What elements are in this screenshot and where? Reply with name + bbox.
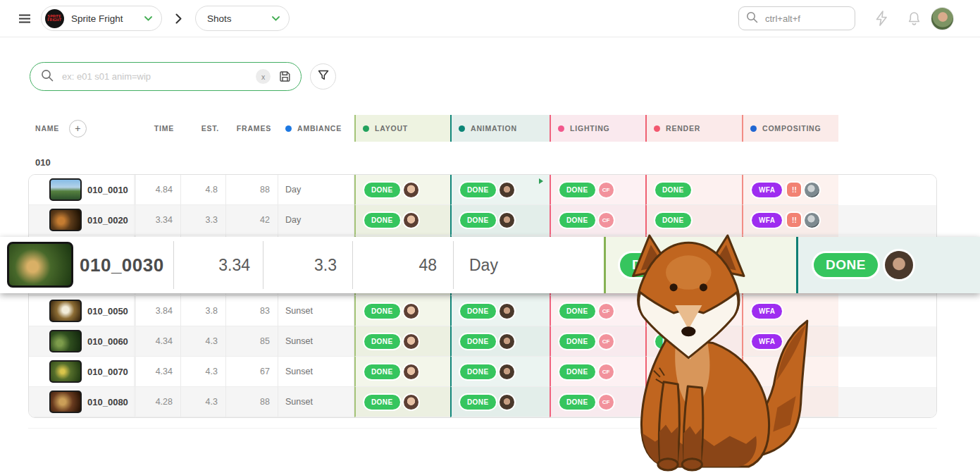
- layout-cell: DONE: [354, 296, 450, 326]
- shot-name[interactable]: 010_0080: [87, 397, 128, 407]
- column-header-compositing: COMPOSITING: [742, 115, 838, 142]
- ambiance-value: Day: [469, 237, 498, 293]
- priority-alert-badge[interactable]: !!: [787, 183, 801, 197]
- project-logo: SPRITEFRIGHT: [45, 9, 64, 28]
- render-status-badge[interactable]: DONE: [655, 364, 691, 379]
- render-status-badge[interactable]: DONE: [655, 213, 691, 228]
- lighting-cell: DONECF: [550, 357, 645, 387]
- zoomed-shot-row[interactable]: 010_0030 3.34 3.3 48 Day DONE DONE: [0, 237, 980, 293]
- layout-status-badge[interactable]: DONE: [364, 183, 400, 197]
- shot-thumbnail[interactable]: [7, 242, 73, 288]
- render-status-badge[interactable]: DONE: [655, 334, 691, 349]
- clear-search-button[interactable]: x: [256, 69, 271, 84]
- compositing-status-badge[interactable]: WFA: [752, 183, 782, 197]
- lighting-status-badge[interactable]: DONE: [559, 334, 595, 349]
- lighting-cell: DONECF: [550, 175, 645, 205]
- global-search-input[interactable]: [764, 13, 844, 25]
- global-search-box[interactable]: [738, 6, 855, 30]
- table-row[interactable]: 010_00104.844.888DayDONEDONEDONECFDONEWF…: [29, 175, 936, 205]
- render-status-dot: [654, 125, 660, 132]
- shot-name[interactable]: 010_0060: [87, 336, 128, 347]
- gray-avatar: [805, 213, 819, 228]
- shot-thumbnail[interactable]: [49, 391, 82, 413]
- assignee-initials-avatar[interactable]: CF: [599, 364, 614, 379]
- render-status-badge[interactable]: DONE: [655, 395, 691, 410]
- add-column-button[interactable]: +: [69, 120, 87, 137]
- assignee-initials-avatar[interactable]: CF: [599, 183, 614, 197]
- section-selector[interactable]: Shots: [195, 6, 290, 31]
- table-row[interactable]: 010_00604.344.385SunsetDONEDONEDONECFDON…: [29, 326, 936, 357]
- save-filter-icon[interactable]: [279, 70, 291, 82]
- lighting-status-badge[interactable]: DONE: [559, 395, 595, 410]
- layout-status-badge[interactable]: DONE: [364, 364, 400, 379]
- layout-status-badge[interactable]: DONE: [620, 253, 684, 277]
- priority-alert-badge[interactable]: !!: [787, 213, 801, 227]
- table-row[interactable]: 010_00503.843.883SunsetDONEDONEDONECFWFA: [29, 296, 936, 326]
- animation-status-badge[interactable]: DONE: [460, 183, 496, 197]
- ambiance-status-dot: [285, 125, 292, 132]
- layout-status-badge[interactable]: DONE: [364, 213, 400, 228]
- time-cell: 4.28: [136, 387, 181, 417]
- assignee-initials-avatar[interactable]: CF: [599, 304, 614, 319]
- layout-status-badge[interactable]: DONE: [364, 334, 400, 349]
- table-row[interactable]: 010_00804.284.388SunsetDONEDONEDONECFDON…: [29, 387, 936, 417]
- user-avatar[interactable]: [931, 8, 953, 30]
- shot-thumbnail[interactable]: [49, 330, 82, 352]
- layout-status-badge[interactable]: DONE: [364, 395, 400, 410]
- name-cell: 010_0050: [28, 296, 136, 326]
- compositing-status-badge[interactable]: WFA: [752, 213, 782, 228]
- animation-status-badge[interactable]: DONE: [814, 253, 878, 277]
- menu-icon[interactable]: [18, 13, 31, 27]
- layout-status-badge[interactable]: DONE: [364, 304, 400, 319]
- layout-cell: DONE: [354, 387, 450, 417]
- render-cell: DONE: [645, 387, 742, 417]
- flash-icon[interactable]: [874, 11, 889, 29]
- animation-status-badge[interactable]: DONE: [460, 395, 496, 410]
- assignee-initials-avatar[interactable]: CF: [599, 334, 614, 349]
- shot-name[interactable]: 010_0020: [87, 215, 128, 226]
- assignee-initials-avatar[interactable]: CF: [599, 395, 614, 410]
- assignee-initials-avatar[interactable]: CF: [599, 213, 614, 228]
- notification-bell-icon[interactable]: [907, 11, 921, 29]
- animation-status-badge[interactable]: DONE: [460, 364, 496, 379]
- animation-task-cell[interactable]: DONE: [796, 237, 980, 293]
- ambiance-cell: Day: [278, 175, 354, 205]
- column-header-est: EST.: [181, 115, 226, 142]
- animation-cell: DONE: [450, 205, 550, 235]
- layout-status-dot: [363, 125, 369, 132]
- column-header-layout: LAYOUT: [354, 115, 450, 142]
- table-row[interactable]: 010_00704.344.367SunsetDONEDONEDONECFDON…: [29, 357, 936, 387]
- shot-thumbnail[interactable]: [49, 300, 82, 322]
- lighting-status-badge[interactable]: DONE: [559, 304, 595, 319]
- column-header-ambiance: AMBIANCE: [278, 115, 354, 142]
- shot-thumbnail[interactable]: [49, 178, 82, 201]
- layout-task-cell[interactable]: DONE: [604, 237, 796, 293]
- animation-status-badge[interactable]: DONE: [460, 334, 496, 349]
- shot-thumbnail[interactable]: [49, 360, 82, 383]
- shot-filter-search-box[interactable]: x: [30, 62, 302, 91]
- animation-status-badge[interactable]: DONE: [460, 213, 496, 228]
- frames-cell: 42: [226, 205, 278, 235]
- project-selector[interactable]: SPRITEFRIGHT Sprite Fright: [41, 6, 162, 31]
- lighting-status-badge[interactable]: DONE: [559, 183, 595, 197]
- breadcrumb-chevron-icon: [175, 13, 182, 27]
- lighting-status-badge[interactable]: DONE: [559, 364, 595, 379]
- compositing-status-badge[interactable]: WFA: [752, 304, 782, 319]
- shot-name[interactable]: 010_0030: [80, 237, 164, 293]
- shot-name[interactable]: 010_0070: [87, 367, 128, 377]
- shot-name[interactable]: 010_0010: [87, 185, 128, 195]
- table-row[interactable]: 010_00203.343.342DayDONEDONEDONECFDONEWF…: [29, 205, 936, 235]
- shots-table-body: 010_00104.844.888DayDONEDONEDONECFDONEWF…: [28, 174, 937, 418]
- filter-button[interactable]: [310, 63, 336, 90]
- ambiance-cell: Sunset: [278, 326, 354, 357]
- column-header-label: TIME: [154, 124, 174, 133]
- shot-thumbnail[interactable]: [49, 209, 82, 231]
- animation-status-badge[interactable]: DONE: [460, 304, 496, 319]
- ambiance-cell: Sunset: [278, 296, 354, 326]
- render-cell: DONE: [645, 326, 742, 357]
- shot-filter-input[interactable]: [61, 70, 256, 82]
- compositing-status-badge[interactable]: WFA: [752, 334, 782, 349]
- shot-name[interactable]: 010_0050: [87, 306, 128, 317]
- lighting-status-badge[interactable]: DONE: [559, 213, 595, 228]
- render-status-badge[interactable]: DONE: [655, 183, 691, 197]
